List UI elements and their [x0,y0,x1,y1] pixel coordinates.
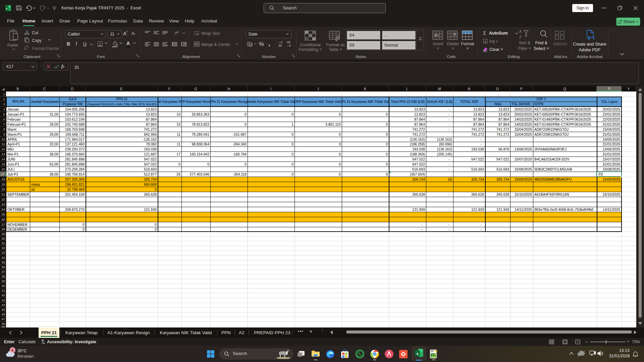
svg-text:ab: ab [174,31,177,34]
svg-text:x: x [6,7,7,10]
svg-text:x: x [416,352,419,356]
svg-text:A: A [519,29,522,34]
svg-text:Z: Z [519,35,522,39]
